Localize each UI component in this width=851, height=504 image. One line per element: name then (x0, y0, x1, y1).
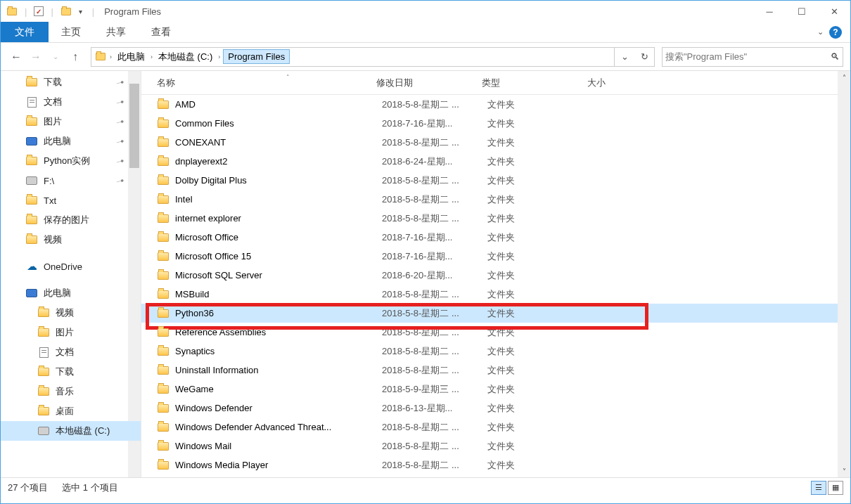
address-dropdown[interactable]: ⌄ (615, 48, 634, 66)
file-row[interactable]: Microsoft Office2018-7-16-星期...文件夹 (141, 228, 850, 247)
file-row[interactable]: Python362018-5-8-星期二 ...文件夹 (141, 304, 850, 323)
sidebar-item[interactable]: 视频 (1, 303, 141, 323)
sidebar-item[interactable]: 下载📍︎ (1, 72, 141, 92)
file-row[interactable]: Windows Media Player2018-5-8-星期二 ...文件夹 (141, 455, 850, 474)
col-date[interactable]: 修改日期 (376, 77, 482, 89)
sidebar-item[interactable]: 文档📍︎ (1, 92, 141, 112)
sidebar-item[interactable]: 本地磁盘 (C:) (1, 421, 141, 441)
sidebar-item-label: 图片 (56, 326, 74, 339)
file-date: 2018-7-16-星期... (382, 250, 487, 263)
refresh-button[interactable]: ↻ (634, 48, 654, 66)
sidebar-item[interactable]: F:\📍︎ (1, 171, 141, 190)
search-box[interactable]: 🔍︎ (662, 47, 843, 67)
col-size[interactable]: 大小 (587, 77, 658, 89)
quick-access-toolbar: | ✓ | ▾ | Program Files (1, 6, 161, 17)
maximize-button[interactable]: ☐ (786, 1, 818, 22)
chevron-right-icon[interactable]: › (148, 53, 155, 60)
file-type: 文件夹 (487, 193, 593, 206)
file-list[interactable]: AMD2018-5-8-星期二 ...文件夹Common Files2018-7… (141, 95, 850, 477)
sidebar-item-label: Txt (44, 195, 56, 206)
col-type[interactable]: 类型 (482, 77, 587, 89)
properties-icon[interactable]: ✓ (34, 6, 44, 16)
sidebar-item[interactable]: 视频 (1, 230, 141, 250)
file-name: AMD (175, 99, 196, 110)
crumb-drive-c[interactable]: 本地磁盘 (C:) (155, 51, 215, 63)
col-name[interactable]: 名称˄ (151, 77, 376, 89)
file-row[interactable]: Dolby Digital Plus2018-5-8-星期二 ...文件夹 (141, 171, 850, 190)
sidebar-item[interactable]: 文档 (1, 342, 141, 362)
file-row[interactable]: Intel2018-5-8-星期二 ...文件夹 (141, 190, 850, 209)
sidebar-item-label: 文档 (44, 96, 62, 108)
file-row[interactable]: WeGame2018-5-9-星期三 ...文件夹 (141, 380, 850, 399)
scroll-up-button[interactable]: ˄ (838, 71, 850, 84)
search-icon[interactable]: 🔍︎ (831, 51, 840, 62)
file-row[interactable]: Common Files2018-7-16-星期...文件夹 (141, 114, 850, 133)
file-row[interactable]: Windows Defender2018-6-13-星期...文件夹 (141, 399, 850, 418)
help-button[interactable]: ? (829, 26, 842, 39)
file-list-scrollbar[interactable]: ˄ ˅ (838, 71, 850, 477)
sidebar-thispc[interactable]: 此电脑 (1, 283, 141, 303)
sidebar-item[interactable]: 此电脑📍︎ (1, 131, 141, 151)
sidebar-item[interactable]: 图片 (1, 323, 141, 342)
close-button[interactable]: ✕ (818, 1, 850, 22)
file-row[interactable]: dnplayerext22018-6-24-星期...文件夹 (141, 152, 850, 171)
up-button[interactable]: ↑ (67, 49, 84, 65)
icons-view-button[interactable]: ▦ (828, 481, 843, 495)
folder-icon (37, 367, 50, 377)
folder-icon (25, 77, 38, 87)
pin-icon: 📍︎ (115, 96, 126, 108)
forward-button[interactable]: → (27, 49, 44, 65)
file-list-pane: 名称˄ 修改日期 类型 大小 AMD2018-5-8-星期二 ...文件夹Com… (141, 71, 850, 477)
sidebar-item[interactable]: 桌面 (1, 401, 141, 421)
file-row[interactable]: Windows Defender Advanced Threat...2018-… (141, 418, 850, 437)
search-input[interactable] (665, 51, 831, 62)
address-bar[interactable]: › 此电脑 › 本地磁盘 (C:) › Program Files ⌄ ↻ (91, 47, 655, 67)
sidebar-item[interactable]: 下载 (1, 362, 141, 382)
sidebar-item[interactable]: 图片📍︎ (1, 112, 141, 131)
disk-icon (37, 426, 50, 436)
file-row[interactable]: Uninstall Information2018-5-8-星期二 ...文件夹 (141, 361, 850, 380)
file-type: 文件夹 (487, 98, 593, 111)
tab-home[interactable]: 主页 (49, 22, 94, 42)
tab-view[interactable]: 查看 (139, 22, 184, 42)
chevron-right-icon[interactable]: › (107, 53, 115, 60)
file-row[interactable]: Reference Assemblies2018-5-8-星期二 ...文件夹 (141, 323, 850, 342)
back-button[interactable]: ← (8, 49, 25, 65)
file-name: Dolby Digital Plus (175, 175, 247, 186)
file-row[interactable]: internet explorer2018-5-8-星期二 ...文件夹 (141, 209, 850, 228)
crumb-current[interactable]: Program Files (223, 49, 290, 64)
minimize-button[interactable]: ─ (753, 1, 786, 22)
file-type: 文件夹 (487, 440, 593, 453)
file-row[interactable]: Synaptics2018-5-8-星期二 ...文件夹 (141, 342, 850, 361)
file-row[interactable]: MSBuild2018-5-8-星期二 ...文件夹 (141, 285, 850, 304)
sidebar-item[interactable]: Python实例📍︎ (1, 151, 141, 171)
sidebar-onedrive[interactable]: ☁ OneDrive (1, 257, 141, 276)
file-row[interactable]: Microsoft SQL Server2018-6-20-星期...文件夹 (141, 266, 850, 285)
folder-icon (157, 460, 169, 470)
scroll-down-button[interactable]: ˅ (838, 465, 850, 477)
sidebar-item[interactable]: 音乐 (1, 382, 141, 401)
qat-dropdown[interactable]: ▾ (76, 8, 85, 15)
details-view-button[interactable]: ☰ (811, 481, 826, 495)
file-type: 文件夹 (487, 459, 593, 472)
file-row[interactable]: AMD2018-5-8-星期二 ...文件夹 (141, 95, 850, 114)
sidebar-item[interactable]: Txt (1, 190, 141, 210)
tab-share[interactable]: 共享 (94, 22, 139, 42)
history-dropdown[interactable]: ⌄ (47, 49, 64, 65)
file-date: 2018-5-8-星期二 ... (382, 345, 487, 358)
folder-icon (157, 119, 169, 129)
ribbon-collapse-icon[interactable]: ⌄ (817, 27, 824, 37)
chevron-right-icon[interactable]: › (215, 53, 223, 60)
folder-icon (25, 195, 38, 205)
pin-icon: 📍︎ (115, 116, 126, 127)
sidebar-item[interactable]: 保存的图片 (1, 210, 141, 230)
file-row[interactable]: CONEXANT2018-5-8-星期二 ...文件夹 (141, 133, 850, 152)
file-name: Synaptics (175, 346, 215, 356)
crumb-thispc[interactable]: 此电脑 (115, 51, 148, 63)
pin-icon: 📍︎ (115, 77, 126, 88)
file-row[interactable]: Microsoft Office 152018-7-16-星期...文件夹 (141, 247, 850, 266)
sidebar-item-label: F:\ (44, 176, 54, 186)
ribbon: 文件 主页 共享 查看 ⌄ ? (1, 22, 850, 43)
file-tab[interactable]: 文件 (1, 22, 49, 42)
file-row[interactable]: Windows Mail2018-5-8-星期二 ...文件夹 (141, 437, 850, 455)
